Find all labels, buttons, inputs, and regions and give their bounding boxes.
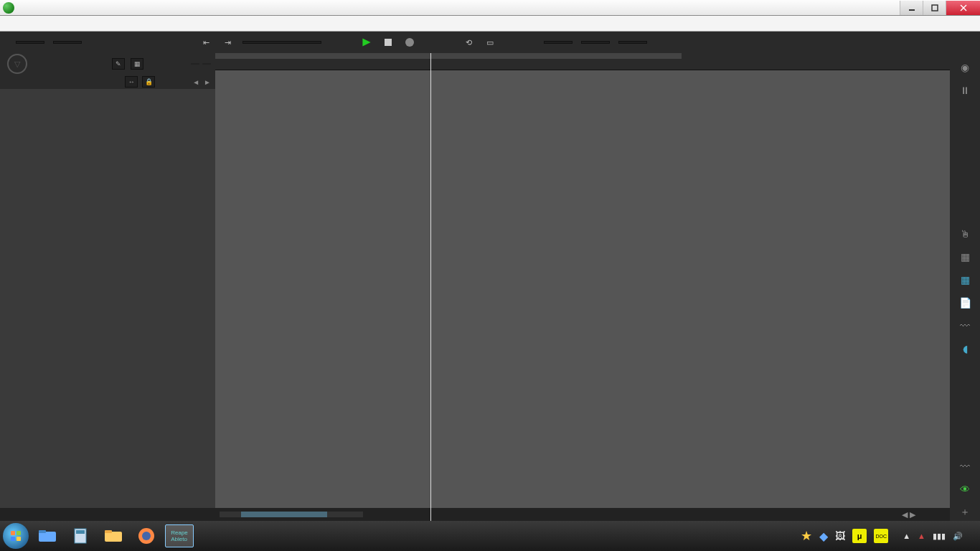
tray-doc-icon[interactable]: DOC bbox=[874, 529, 888, 543]
master-route-icon[interactable]: ▽ bbox=[7, 54, 27, 74]
window-maximize[interactable] bbox=[923, 1, 946, 15]
pause-icon[interactable]: ⏸ bbox=[956, 82, 974, 99]
svg-rect-6 bbox=[11, 531, 15, 535]
selection-start[interactable] bbox=[544, 41, 573, 44]
eye-icon[interactable]: 👁 bbox=[956, 481, 974, 498]
start-button[interactable] bbox=[3, 523, 29, 549]
svg-rect-10 bbox=[39, 532, 56, 542]
status-bar: ◀ ▶ bbox=[0, 508, 950, 521]
route-icon[interactable]: ◉ bbox=[956, 59, 974, 76]
wave-icon[interactable]: 〰 bbox=[956, 317, 974, 334]
track-control-panel: ▽ ✎ ▦ ↔ 🔒 ◄ ► bbox=[0, 53, 215, 521]
tray-network-icon[interactable]: ▮▮▮ bbox=[933, 532, 946, 541]
grid-tool-icon[interactable]: ▦ bbox=[956, 248, 974, 265]
lock-icon[interactable]: 🔒 bbox=[142, 76, 155, 88]
taskbar-folder-icon[interactable] bbox=[99, 524, 128, 547]
snap-icon[interactable]: ▦ bbox=[956, 271, 974, 288]
ripple-icon[interactable]: ◖ bbox=[956, 340, 974, 357]
menu-bar bbox=[0, 16, 980, 32]
env-icon[interactable]: 〰 bbox=[956, 458, 974, 475]
app-icon bbox=[3, 2, 14, 14]
transport-bar: ⇤ ⇥ ⟲ ▭ bbox=[0, 32, 980, 53]
right-toolbar: ◉ ⏸ 🖱 ▦ ▦ 📄 〰 ◖ 〰 👁 ＋ bbox=[950, 53, 980, 521]
expand-icon[interactable]: ↔ bbox=[125, 76, 138, 88]
record-button[interactable] bbox=[403, 36, 416, 49]
svg-rect-9 bbox=[17, 537, 21, 541]
timeline-ruler[interactable] bbox=[215, 53, 950, 70]
stop-button[interactable] bbox=[382, 36, 395, 49]
goto-start-icon[interactable]: ⇤ bbox=[199, 36, 212, 49]
timesig-value[interactable] bbox=[53, 41, 82, 44]
svg-rect-14 bbox=[105, 532, 122, 542]
play-button[interactable] bbox=[360, 36, 373, 49]
horizontal-scrollbar[interactable] bbox=[220, 512, 363, 517]
svg-rect-15 bbox=[105, 530, 112, 533]
loop-region[interactable] bbox=[215, 53, 682, 59]
tray-volume-icon[interactable]: 🔊 bbox=[953, 532, 963, 541]
svg-point-17 bbox=[142, 532, 151, 540]
transport-position[interactable] bbox=[242, 41, 321, 44]
arrange-view[interactable] bbox=[215, 53, 950, 521]
tray-flag-icon[interactable]: ▲ bbox=[918, 532, 925, 540]
tray-star-icon[interactable]: ★ bbox=[801, 528, 812, 544]
zoom-icon[interactable]: ＋ bbox=[956, 504, 974, 521]
goto-end-icon[interactable]: ⇥ bbox=[221, 36, 234, 49]
doc-icon[interactable]: 📄 bbox=[956, 294, 974, 311]
svg-rect-8 bbox=[11, 537, 15, 541]
taskbar-calc-icon[interactable] bbox=[66, 524, 95, 547]
mouse-icon[interactable]: 🖱 bbox=[956, 225, 974, 242]
svg-rect-13 bbox=[76, 530, 85, 534]
bpm-value[interactable] bbox=[16, 41, 44, 44]
left-arrow-icon[interactable]: ◄ bbox=[192, 78, 199, 86]
taskbar-firefox-icon[interactable] bbox=[132, 524, 161, 547]
tcp-header: ▽ ✎ ▦ bbox=[0, 53, 215, 75]
svg-marker-4 bbox=[362, 38, 370, 46]
del-button[interactable] bbox=[191, 63, 199, 65]
tray-utorrent-icon[interactable]: μ bbox=[852, 529, 867, 543]
selection-end[interactable] bbox=[581, 41, 610, 44]
taskbar-explorer-icon[interactable] bbox=[33, 524, 62, 547]
svg-rect-1 bbox=[932, 5, 938, 11]
svg-rect-11 bbox=[39, 530, 46, 533]
tray-up-icon[interactable]: ▲ bbox=[903, 532, 910, 540]
window-titlebar bbox=[0, 0, 980, 16]
svg-rect-7 bbox=[17, 531, 21, 535]
tray-picture-icon[interactable]: 🖼 bbox=[835, 530, 845, 542]
tray-app1-icon[interactable]: ◆ bbox=[819, 529, 828, 543]
edit-icon[interactable]: ✎ bbox=[112, 58, 125, 70]
window-close[interactable] bbox=[946, 1, 980, 15]
repeat-icon[interactable]: ⟲ bbox=[462, 36, 475, 49]
grid-icon[interactable]: ▭ bbox=[484, 36, 496, 49]
set-button[interactable] bbox=[202, 63, 211, 65]
zoom-out-icon[interactable]: ◀ ▶ bbox=[902, 510, 915, 519]
taskbar-reaper-app[interactable]: ReapeAbleto bbox=[165, 524, 194, 547]
selection-length[interactable] bbox=[618, 41, 647, 44]
windows-taskbar: ReapeAbleto ★ ◆ 🖼 μ DOC ▲ ▲ ▮▮▮ 🔊 bbox=[0, 521, 980, 551]
play-cursor[interactable] bbox=[430, 53, 431, 521]
layout-icon[interactable]: ▦ bbox=[131, 58, 143, 70]
window-minimize[interactable] bbox=[900, 1, 923, 15]
right-arrow-icon[interactable]: ► bbox=[204, 78, 211, 86]
